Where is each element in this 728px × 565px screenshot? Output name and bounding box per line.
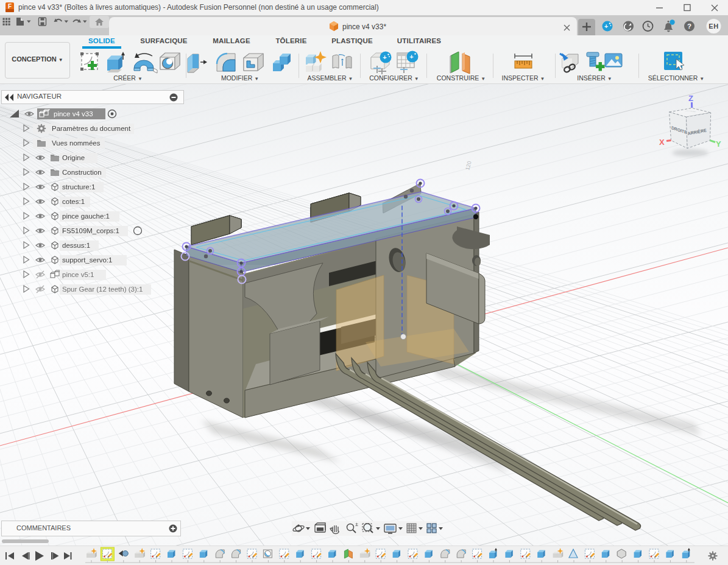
svg-text:Construction: Construction: [62, 169, 102, 176]
svg-text:cotes:1: cotes:1: [62, 198, 85, 205]
svg-text:Z: Z: [688, 94, 693, 103]
svg-text:+: +: [604, 23, 608, 30]
svg-text:Spur Gear (12 teeth) (3):1: Spur Gear (12 teeth) (3):1: [62, 286, 143, 293]
svg-text:Vues nommées: Vues nommées: [52, 139, 101, 147]
svg-text:EH: EH: [709, 23, 718, 30]
svg-text:+: +: [383, 54, 386, 61]
svg-text:dessus:1: dessus:1: [62, 242, 90, 249]
svg-text:?: ?: [687, 23, 691, 30]
svg-text:Origine: Origine: [62, 154, 85, 161]
svg-text:X: X: [659, 138, 665, 147]
svg-text:±: ±: [355, 521, 358, 527]
svg-text:Y: Y: [716, 139, 721, 149]
svg-text:pince v4 v33: pince v4 v33: [54, 110, 93, 118]
svg-text:structure:1: structure:1: [62, 183, 95, 191]
svg-text:support_servo:1: support_servo:1: [62, 256, 112, 264]
svg-text:F: F: [8, 3, 12, 10]
svg-text:Paramètres du document: Paramètres du document: [52, 125, 131, 132]
svg-text:+: +: [409, 53, 413, 60]
svg-text:pince v5:1: pince v5:1: [62, 271, 94, 278]
svg-text:FS5109M_corps:1: FS5109M_corps:1: [62, 227, 119, 234]
svg-text:pince gauche:1: pince gauche:1: [62, 212, 110, 220]
